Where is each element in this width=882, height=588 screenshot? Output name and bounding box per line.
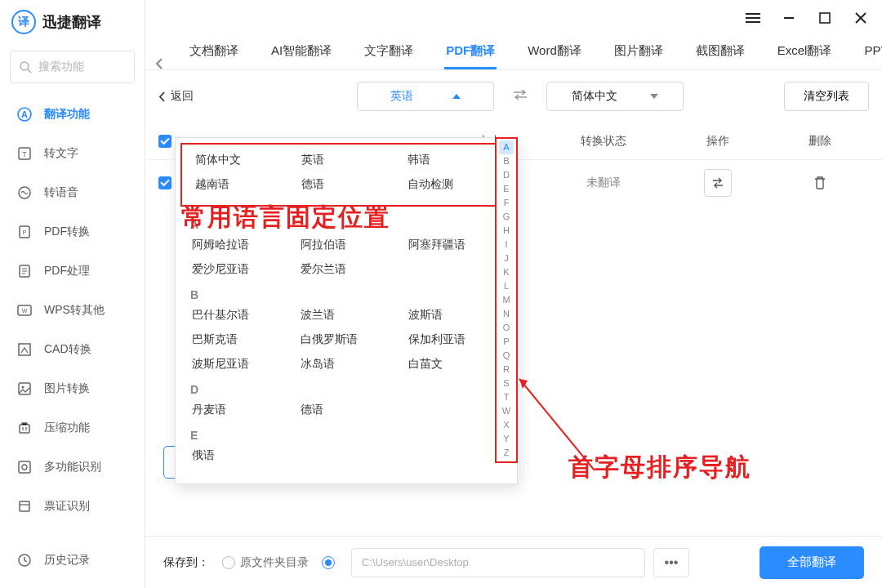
alpha-letter[interactable]: P <box>503 335 509 349</box>
alpha-letter[interactable]: D <box>503 168 510 182</box>
lang-option[interactable]: 白苗文 <box>400 352 509 376</box>
alpha-letter[interactable]: Q <box>503 349 510 363</box>
lang-option[interactable]: 保加利亚语 <box>400 327 509 352</box>
alpha-letter[interactable]: M <box>502 293 510 307</box>
sidebar-item-label: 图片转换 <box>44 381 90 396</box>
alpha-letter[interactable]: H <box>503 224 510 238</box>
alpha-letter[interactable]: X <box>503 418 509 432</box>
alpha-letter[interactable]: A <box>499 140 514 154</box>
lang-option[interactable]: 德语 <box>293 172 399 197</box>
svg-point-17 <box>22 465 27 470</box>
top-tabs: 文档翻译AI智能翻译文字翻译PDF翻译Word翻译图片翻译截图翻译Excel翻译… <box>145 36 882 70</box>
tab-1[interactable]: AI智能翻译 <box>270 35 333 69</box>
sidebar-item-8[interactable]: 压缩功能 <box>0 408 145 448</box>
sidebar-item-9[interactable]: 多功能识别 <box>0 448 145 487</box>
lang-option[interactable]: 俄语 <box>184 443 292 468</box>
clear-list-button[interactable]: 清空列表 <box>784 82 869 111</box>
sidebar-item-0[interactable]: A翻译功能 <box>0 95 145 134</box>
alpha-letter[interactable]: Z <box>504 446 510 460</box>
alpha-letter[interactable]: T <box>504 390 510 404</box>
row-delete-button[interactable] <box>806 169 834 197</box>
menu-icon[interactable] <box>745 10 761 26</box>
alpha-letter[interactable]: G <box>503 210 510 224</box>
lang-option[interactable]: 白俄罗斯语 <box>292 327 401 352</box>
row-checkbox[interactable] <box>158 176 172 189</box>
lang-option[interactable]: 波斯尼亚语 <box>184 352 292 376</box>
svg-rect-15 <box>20 425 29 433</box>
tab-6[interactable]: 截图翻译 <box>694 35 746 69</box>
alpha-letter[interactable]: L <box>504 279 509 293</box>
minimize-button[interactable] <box>781 10 797 26</box>
lang-option[interactable]: 英语 <box>293 148 399 172</box>
lang-option[interactable]: 自动检测 <box>399 172 506 197</box>
trash-icon <box>813 176 826 190</box>
tab-3[interactable]: PDF翻译 <box>444 35 497 69</box>
lang-option[interactable]: 爱沙尼亚语 <box>184 257 292 282</box>
sidebar-item-6[interactable]: CAD转换 <box>0 330 145 369</box>
nav-icon: T <box>16 145 33 162</box>
lang-option[interactable]: 韩语 <box>399 148 506 172</box>
lang-option[interactable]: 越南语 <box>187 172 293 197</box>
sidebar-item-7[interactable]: 图片转换 <box>0 369 145 408</box>
alpha-letter[interactable]: B <box>503 154 509 168</box>
tab-4[interactable]: Word翻译 <box>526 35 583 69</box>
lang-option[interactable]: 丹麦语 <box>184 398 292 422</box>
sidebar-item-5[interactable]: WWPS转其他 <box>0 291 145 330</box>
swap-languages-button[interactable] <box>512 88 528 105</box>
lang-option[interactable]: 德语 <box>292 398 401 422</box>
sidebar-item-label: CAD转换 <box>44 342 91 357</box>
sidebar-item-label: 转语音 <box>44 185 78 200</box>
lang-option[interactable]: 简体中文 <box>187 148 293 172</box>
alpha-letter[interactable]: O <box>503 321 510 335</box>
alpha-letter[interactable]: E <box>503 182 509 196</box>
browse-path-button[interactable]: ••• <box>653 548 689 577</box>
alpha-letter[interactable]: S <box>503 376 509 390</box>
lang-option[interactable]: 爱尔兰语 <box>292 257 401 282</box>
maximize-button[interactable] <box>817 10 833 26</box>
alpha-letter[interactable]: N <box>503 307 510 321</box>
lang-option[interactable]: 波斯语 <box>400 303 509 327</box>
sidebar-item-3[interactable]: PPDF转换 <box>0 212 145 252</box>
tab-0[interactable]: 文档翻译 <box>188 35 240 69</box>
alpha-letter[interactable]: F <box>504 196 510 210</box>
sidebar-item-1[interactable]: T转文字 <box>0 134 145 173</box>
select-all-checkbox[interactable] <box>158 135 172 148</box>
lang-option[interactable]: 波兰语 <box>292 303 401 327</box>
annotation-alpha: 首字母排序导航 <box>568 451 751 484</box>
alpha-letter[interactable]: I <box>505 238 507 252</box>
sidebar-item-10[interactable]: 票证识别 <box>0 487 145 526</box>
source-language-select[interactable]: 英语 <box>357 82 494 111</box>
translate-all-button[interactable]: 全部翻译 <box>760 546 864 579</box>
save-path-input[interactable]: C:\Users\user\Desktop <box>351 548 645 577</box>
lang-option[interactable]: 巴什基尔语 <box>184 303 292 327</box>
tab-8[interactable]: PPT <box>862 35 882 69</box>
close-button[interactable] <box>853 10 869 26</box>
alpha-letter[interactable]: W <box>502 404 510 418</box>
sidebar-item-4[interactable]: PDF处理 <box>0 252 145 291</box>
target-language-select[interactable]: 简体中文 <box>546 82 684 111</box>
save-original-radio[interactable] <box>222 556 235 569</box>
tabs-back-icon[interactable] <box>155 58 163 69</box>
alpha-letter[interactable]: Y <box>503 432 509 446</box>
tab-7[interactable]: Excel翻译 <box>776 35 834 69</box>
lang-option[interactable]: 冰岛语 <box>292 352 401 376</box>
sidebar-item-2[interactable]: 转语音 <box>0 173 145 212</box>
search-input[interactable]: 搜索功能 <box>10 51 135 83</box>
lang-option[interactable]: 阿塞拜疆语 <box>400 233 509 257</box>
svg-text:W: W <box>22 308 28 314</box>
tab-5[interactable]: 图片翻译 <box>612 35 665 69</box>
alpha-letter[interactable]: R <box>503 363 510 376</box>
row-action-button[interactable] <box>704 169 732 197</box>
alpha-letter[interactable]: J <box>504 252 509 265</box>
app-title: 迅捷翻译 <box>42 12 101 32</box>
save-custom-radio[interactable] <box>322 556 335 569</box>
lang-option[interactable]: 阿姆哈拉语 <box>184 233 292 257</box>
back-button[interactable]: 返回 <box>158 89 194 104</box>
caret-up-icon <box>452 94 461 99</box>
alpha-letter[interactable]: K <box>503 265 509 279</box>
tab-2[interactable]: 文字翻译 <box>363 35 415 69</box>
search-icon <box>19 60 32 74</box>
lang-option[interactable]: 阿拉伯语 <box>292 233 401 257</box>
sidebar-item-history[interactable]: 历史记录 <box>0 541 145 580</box>
lang-option[interactable]: 巴斯克语 <box>184 327 292 352</box>
